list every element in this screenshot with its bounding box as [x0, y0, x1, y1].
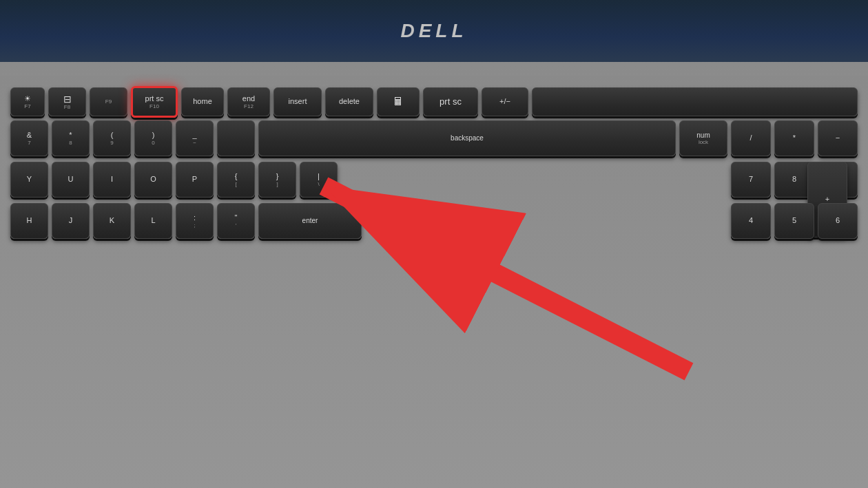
- key-k[interactable]: K: [93, 203, 131, 239]
- key-backspace[interactable]: backspace: [258, 120, 676, 156]
- key-enter[interactable]: enter: [258, 203, 362, 239]
- dell-logo: DELL: [400, 20, 467, 42]
- key-0[interactable]: ) 0: [134, 120, 172, 156]
- key-end[interactable]: end F12: [227, 87, 270, 116]
- yuiop-row: Y U I O P { [ } ] | \: [10, 162, 858, 198]
- key-insert[interactable]: insert: [273, 87, 322, 116]
- number-row: & 7 * 8 ( 9 ) 0 _ − backspace: [10, 120, 858, 156]
- key-numslash[interactable]: /: [731, 120, 771, 156]
- key-9[interactable]: ( 9: [93, 120, 131, 156]
- key-colon[interactable]: : ;: [176, 203, 214, 239]
- key-rbrace[interactable]: } ]: [258, 162, 296, 198]
- screen-bezel: DELL: [0, 0, 868, 62]
- key-num5[interactable]: 5: [774, 203, 814, 239]
- key-u[interactable]: U: [52, 162, 90, 198]
- key-calc[interactable]: 🖩: [377, 87, 420, 116]
- key-quote[interactable]: " ': [217, 203, 255, 239]
- key-num7[interactable]: 7: [731, 162, 771, 198]
- key-f9[interactable]: F9: [90, 87, 127, 116]
- hjkl-row: H J K L : ; " ' enter 4: [10, 203, 858, 239]
- key-plus-eq[interactable]: [217, 120, 255, 156]
- key-numasterisk[interactable]: *: [774, 120, 814, 156]
- key-y[interactable]: Y: [10, 162, 48, 198]
- key-o[interactable]: O: [134, 162, 172, 198]
- key-f8[interactable]: ⊟ F8: [48, 87, 86, 116]
- key-numminus[interactable]: −: [818, 120, 858, 156]
- key-ce[interactable]: prt sc: [423, 87, 478, 116]
- key-delete[interactable]: delete: [325, 87, 373, 116]
- key-p[interactable]: P: [176, 162, 214, 198]
- key-underscore[interactable]: _ −: [176, 120, 214, 156]
- key-pipe[interactable]: | \: [300, 162, 338, 198]
- key-7[interactable]: & 7: [10, 120, 48, 156]
- fn-key-row: ☀ F7 ⊟ F8 F9 prt sc F10 home end F12: [10, 86, 858, 118]
- key-num4[interactable]: 4: [731, 203, 771, 239]
- key-plusminus[interactable]: +/−: [482, 87, 528, 116]
- key-lbrace[interactable]: { [: [217, 162, 255, 198]
- key-h[interactable]: H: [10, 203, 48, 239]
- key-f7[interactable]: ☀ F7: [10, 87, 45, 116]
- key-i[interactable]: I: [93, 162, 131, 198]
- key-prtsc[interactable]: prt sc F10: [131, 86, 178, 118]
- key-extra[interactable]: [532, 87, 858, 116]
- laptop-body: DELL ☀ F7 ⊟ F8 F9 prt sc F10 ho: [0, 0, 868, 488]
- key-numlock[interactable]: num lock: [679, 120, 727, 156]
- key-home[interactable]: home: [181, 87, 224, 116]
- key-j[interactable]: J: [52, 203, 90, 239]
- key-num6[interactable]: 6: [818, 203, 858, 239]
- key-l[interactable]: L: [134, 203, 172, 239]
- keyboard-area: ☀ F7 ⊟ F8 F9 prt sc F10 home end F12: [0, 76, 868, 488]
- key-8[interactable]: * 8: [52, 120, 90, 156]
